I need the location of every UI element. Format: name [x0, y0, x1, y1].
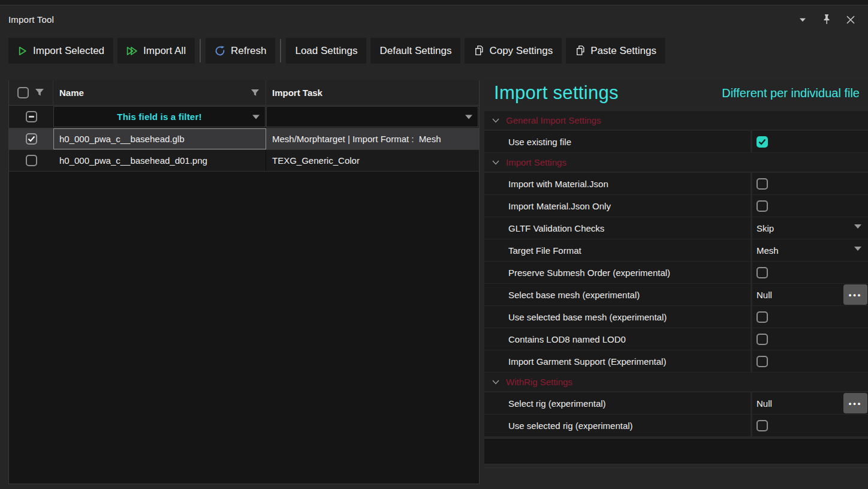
- settings-title: Import settings: [494, 82, 619, 104]
- setting-row: Select base mesh (experimental) Null •••: [484, 284, 868, 305]
- import-selected-button[interactable]: Import Selected: [8, 38, 113, 64]
- refresh-button[interactable]: Refresh: [206, 38, 276, 64]
- chevron-down-icon[interactable]: [797, 14, 808, 25]
- table-row[interactable]: h0_000_pwa_c__basehead_d01.png TEXG_Gene…: [9, 150, 479, 172]
- import-task-cell: Mesh/Morphtarget | Import Format : Mesh: [266, 128, 479, 149]
- table-header: Name Import Task: [9, 80, 479, 106]
- import-task-cell: TEXG_Generic_Color: [266, 150, 479, 171]
- setting-row: GLTF Validation Checks Skip: [484, 217, 868, 239]
- setting-label: Use selected base mesh (experimental): [484, 306, 751, 328]
- empty-settings-area: [484, 467, 868, 468]
- setting-row: Import with Material.Json: [484, 173, 868, 194]
- file-name-cell[interactable]: h0_000_pwa_c__basehead_d01.png: [53, 150, 266, 171]
- settings-subtitle: Different per individual file: [722, 86, 860, 100]
- setting-label: Import Material.Json Only: [484, 195, 751, 217]
- file-table: Name Import Task This field is a filter!…: [8, 80, 480, 484]
- toolbar: Import Selected Import All Refresh Load …: [8, 38, 665, 64]
- setting-label: Use selected rig (experimental): [484, 415, 751, 436]
- import-garment-support-checkbox[interactable]: [757, 356, 768, 367]
- indeterminate-checkbox[interactable]: [26, 111, 37, 122]
- default-settings-button[interactable]: Default Settings: [370, 38, 460, 64]
- import-with-materialjson-checkbox[interactable]: [757, 178, 768, 190]
- copy-icon: [474, 45, 484, 56]
- chevron-down-icon: [492, 160, 499, 165]
- default-settings-label: Default Settings: [379, 45, 451, 57]
- target-file-format-dropdown[interactable]: Mesh: [752, 239, 868, 261]
- setting-label: Contains LOD8 named LOD0: [484, 328, 751, 350]
- import-selected-label: Import Selected: [33, 45, 104, 57]
- filter-funnel-icon[interactable]: [251, 89, 260, 97]
- task-filter-input[interactable]: [266, 106, 478, 127]
- select-base-mesh-browse-button[interactable]: •••: [843, 284, 867, 305]
- toolbar-separator: [200, 39, 201, 62]
- pin-icon[interactable]: [821, 14, 832, 25]
- setting-label: Import with Material.Json: [484, 173, 751, 194]
- window-title: Import Tool: [8, 14, 54, 25]
- setting-label: Select rig (experimental): [484, 392, 751, 414]
- import-all-button[interactable]: Import All: [117, 38, 195, 64]
- setting-row: Import Material.Json Only: [484, 195, 868, 217]
- use-selected-base-mesh-checkbox[interactable]: [757, 311, 768, 323]
- import-settings-panel: Import settings Different per individual…: [484, 80, 868, 489]
- name-filter-placeholder: This field is a filter!: [54, 112, 265, 122]
- setting-row: Import Garment Support (Experimental): [484, 350, 868, 372]
- filter-row: This field is a filter!: [9, 106, 479, 128]
- empty-settings-area: [484, 438, 868, 464]
- section-header-general-import-settings[interactable]: General Import Settings: [484, 111, 868, 130]
- select-rig-browse-button[interactable]: •••: [843, 393, 867, 413]
- table-row[interactable]: h0_000_pwa_c__basehead.glb Mesh/Morphtar…: [9, 128, 479, 150]
- refresh-label: Refresh: [231, 45, 267, 57]
- chevron-down-icon: [854, 247, 861, 251]
- load-settings-button[interactable]: Load Settings: [286, 38, 366, 64]
- close-icon[interactable]: [845, 14, 856, 25]
- import-materialjson-only-checkbox[interactable]: [757, 200, 768, 212]
- setting-label: Target File Format: [484, 239, 751, 261]
- chevron-down-icon: [492, 118, 499, 123]
- paste-settings-button[interactable]: Paste Settings: [566, 38, 665, 64]
- setting-row: Use selected base mesh (experimental): [484, 306, 868, 328]
- setting-row: Preserve Submesh Order (experimental): [484, 262, 868, 283]
- paste-settings-label: Paste Settings: [590, 45, 656, 57]
- column-header-name[interactable]: Name: [53, 80, 266, 105]
- setting-label: Use existing file: [484, 131, 751, 152]
- select-rig-field: Null •••: [752, 392, 868, 414]
- toolbar-separator: [280, 39, 281, 62]
- paste-icon: [575, 45, 585, 56]
- setting-row: Contains LOD8 named LOD0: [484, 328, 868, 350]
- setting-label: Import Garment Support (Experimental): [484, 350, 751, 372]
- chevron-down-icon: [465, 115, 472, 119]
- setting-row: Target File Format Mesh: [484, 239, 868, 261]
- use-selected-rig-checkbox[interactable]: [757, 420, 768, 431]
- refresh-icon: [215, 46, 225, 56]
- load-settings-label: Load Settings: [295, 45, 357, 57]
- setting-label: Preserve Submesh Order (experimental): [484, 262, 751, 283]
- setting-label: Select base mesh (experimental): [484, 284, 751, 305]
- window-edge: [0, 0, 868, 5]
- setting-label: GLTF Validation Checks: [484, 217, 751, 239]
- section-header-import-settings[interactable]: Import Settings: [484, 153, 868, 172]
- setting-row: Use selected rig (experimental): [484, 415, 868, 436]
- copy-settings-label: Copy Settings: [489, 45, 553, 57]
- column-header-import-task[interactable]: Import Task: [266, 80, 479, 105]
- row-checkbox-unchecked[interactable]: [26, 155, 37, 166]
- chevron-down-icon: [854, 224, 861, 229]
- settings-title-bar: Import settings Different per individual…: [484, 80, 868, 106]
- setting-row: Use existing file: [484, 131, 868, 152]
- row-checkbox-checked[interactable]: [26, 133, 37, 145]
- copy-settings-button[interactable]: Copy Settings: [465, 38, 562, 64]
- import-all-label: Import All: [143, 45, 186, 57]
- name-filter-input[interactable]: This field is a filter!: [53, 106, 266, 127]
- select-all-checkbox[interactable]: [17, 87, 29, 98]
- setting-row: Select rig (experimental) Null •••: [484, 392, 868, 414]
- file-name-cell[interactable]: h0_000_pwa_c__basehead.glb: [53, 128, 266, 149]
- chevron-down-icon: [252, 115, 260, 119]
- filter-funnel-icon[interactable]: [35, 88, 44, 97]
- section-header-withrig-settings[interactable]: WithRig Settings: [484, 373, 868, 391]
- preserve-submesh-order-checkbox[interactable]: [757, 267, 768, 278]
- select-base-mesh-field: Null •••: [752, 284, 868, 305]
- chevron-down-icon: [492, 380, 499, 385]
- contains-lod8-checkbox[interactable]: [757, 334, 768, 345]
- play-icon: [17, 46, 28, 56]
- use-existing-file-checkbox[interactable]: [757, 136, 768, 148]
- gltf-validation-dropdown[interactable]: Skip: [752, 217, 868, 239]
